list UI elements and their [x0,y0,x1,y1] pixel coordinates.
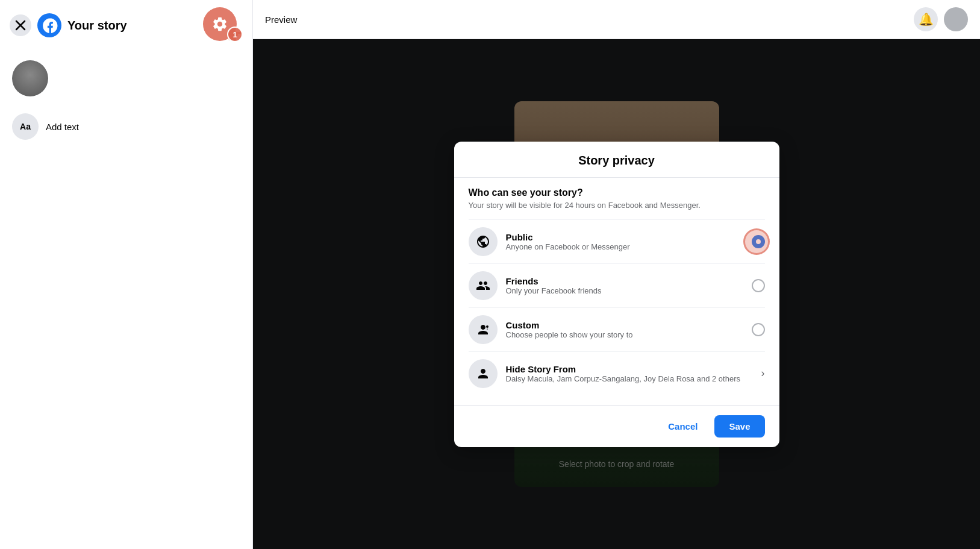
cancel-button[interactable]: Cancel [658,416,707,436]
story-user-area [0,51,252,106]
friends-option-text: Friends Only your Facebook friends [506,276,743,295]
friends-radio[interactable] [752,279,765,292]
public-option-title: Public [506,232,743,242]
profile-avatar-icon[interactable] [944,7,968,31]
cursor-hand-2-icon: ☛ [778,227,779,256]
preview-header: Preview 🔔 [253,0,980,39]
close-button[interactable] [10,14,31,36]
public-option-desc: Anyone on Facebook or Messenger [506,242,743,251]
main-area: Preview 🔔 Select photo to crop and rotat… [253,0,980,549]
custom-option-title: Custom [506,320,743,330]
dialog-title: Story privacy [454,142,779,178]
topbar-icons: 🔔 [914,7,968,31]
hide-story-desc: Daisy Macula, Jam Corpuz-Sangalang, Joy … [506,374,753,383]
add-text-label: Add text [46,122,79,132]
badge-1: 1 [227,27,243,42]
custom-option-text: Custom Choose people to show your story … [506,320,743,339]
cursor-hand-2-wrapper: ☛ 2 [778,226,779,257]
who-can-see-title: Who can see your story? [469,187,765,198]
your-story-title: Your story [67,19,183,33]
dialog-footer: Cancel Save [454,405,779,447]
hide-story-title: Hide Story From [506,364,753,374]
friends-icon [469,271,498,300]
settings-area: ☛ 1 [189,7,243,43]
custom-radio[interactable] [752,323,765,336]
click-indicator [743,228,770,255]
public-icon [469,227,498,256]
preview-content: Select photo to crop and rotate Story pr… [253,39,980,549]
story-privacy-dialog: Story privacy Who can see your story? Yo… [454,142,779,447]
custom-option[interactable]: Custom Choose people to show your story … [469,307,765,351]
friends-option-title: Friends [506,276,743,286]
hide-story-icon [469,359,498,388]
public-option-text: Public Anyone on Facebook or Messenger [506,232,743,251]
custom-option-desc: Choose people to show your story to [506,330,743,339]
notification-icon[interactable]: 🔔 [914,7,938,31]
aa-badge: Aa [12,113,39,140]
hide-story-text: Hide Story From Daisy Macula, Jam Corpuz… [506,364,753,383]
dialog-body: Who can see your story? Your story will … [454,178,779,405]
sidebar-header: Your story ☛ 1 [0,0,252,51]
facebook-logo [37,13,61,37]
modal-backdrop: Story privacy Who can see your story? Yo… [253,39,980,549]
preview-label: Preview [265,14,297,25]
public-option[interactable]: Public Anyone on Facebook or Messenger ☛… [469,219,765,263]
sidebar: Your story ☛ 1 Aa Add text [0,0,253,549]
avatar [12,60,48,96]
save-button[interactable]: Save [714,415,764,438]
svg-point-0 [486,325,488,328]
custom-icon [469,315,498,344]
friends-option[interactable]: Friends Only your Facebook friends [469,263,765,307]
who-can-see-sub: Your story will be visible for 24 hours … [469,201,765,210]
friends-option-desc: Only your Facebook friends [506,286,743,295]
hide-story-option[interactable]: Hide Story From Daisy Macula, Jam Corpuz… [469,351,765,395]
add-text-row[interactable]: Aa Add text [0,106,252,147]
chevron-right-icon: › [761,367,765,380]
